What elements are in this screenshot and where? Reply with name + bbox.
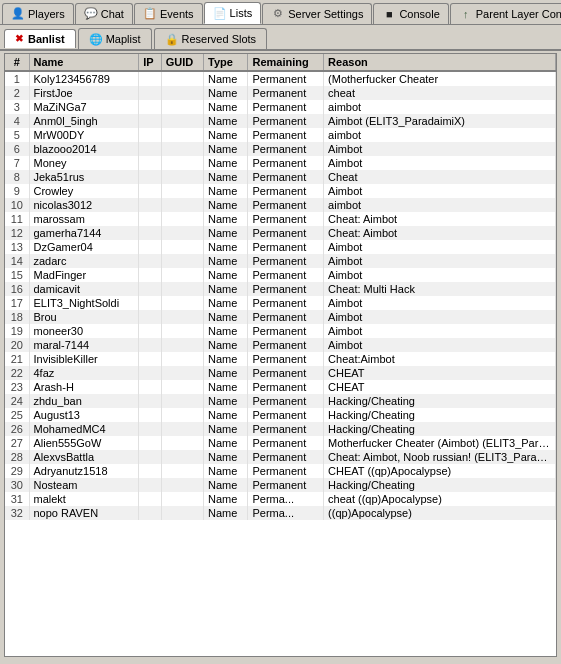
subtab-reserved-slots[interactable]: 🔒 Reserved Slots [154,28,268,49]
col-header-type[interactable]: Type [204,54,248,71]
cell-30-4: Name [204,492,248,506]
cell-7-2 [139,170,162,184]
table-row[interactable]: 29Adryanutz1518NamePermanentCHEAT ((qp)A… [5,464,556,478]
table-row[interactable]: 12gamerha7144NamePermanentCheat: Aimbot [5,226,556,240]
cell-22-4: Name [204,380,248,394]
col-header-remaining[interactable]: Remaining [248,54,324,71]
cell-31-6: ((qp)Apocalypse) [324,506,556,520]
cell-1-6: cheat [324,86,556,100]
table-row[interactable]: 15MadFingerNamePermanentAimbot [5,268,556,282]
table-row[interactable]: 21InvisibleKillerNamePermanentCheat:Aimb… [5,352,556,366]
cell-13-4: Name [204,254,248,268]
table-row[interactable]: 28AlexvsBattlaNamePermanentCheat: Aimbot… [5,450,556,464]
tab-chat[interactable]: 💬 Chat [75,3,133,24]
cell-5-2 [139,142,162,156]
parent-layer-icon: ↑ [459,7,473,21]
tab-players[interactable]: 👤 Players [2,3,74,24]
cell-3-3 [161,114,203,128]
col-header-guid[interactable]: GUID [161,54,203,71]
cell-5-3 [161,142,203,156]
cell-26-0: 27 [5,436,29,450]
table-row[interactable]: 17ELIT3_NightSoldiNamePermanentAimbot [5,296,556,310]
cell-4-1: MrW00DY [29,128,139,142]
cell-22-5: Permanent [248,380,324,394]
table-row[interactable]: 4Anm0l_5inghNamePermanentAimbot (ELIT3_P… [5,114,556,128]
cell-25-3 [161,422,203,436]
table-row[interactable]: 30NosteamNamePermanentHacking/Cheating [5,478,556,492]
cell-7-5: Permanent [248,170,324,184]
cell-16-0: 17 [5,296,29,310]
table-row[interactable]: 224fazNamePermanentCHEAT [5,366,556,380]
cell-4-5: Permanent [248,128,324,142]
tab-parent-layer[interactable]: ↑ Parent Layer Control [450,3,561,24]
table-row[interactable]: 14zadarcNamePermanentAimbot [5,254,556,268]
cell-12-3 [161,240,203,254]
cell-0-3 [161,71,203,86]
cell-22-0: 23 [5,380,29,394]
tab-events[interactable]: 📋 Events [134,3,203,24]
cell-5-6: Aimbot [324,142,556,156]
table-row[interactable]: 25August13NamePermanentHacking/Cheating [5,408,556,422]
cell-12-0: 13 [5,240,29,254]
cell-13-2 [139,254,162,268]
cell-7-6: Cheat [324,170,556,184]
cell-16-3 [161,296,203,310]
cell-31-2 [139,506,162,520]
table-row[interactable]: 3MaZiNGa7NamePermanentaimbot [5,100,556,114]
cell-9-5: Permanent [248,198,324,212]
table-row[interactable]: 5MrW00DYNamePermanentaimbot [5,128,556,142]
subtab-maplist[interactable]: 🌐 Maplist [78,28,152,49]
cell-23-4: Name [204,394,248,408]
cell-23-3 [161,394,203,408]
cell-1-4: Name [204,86,248,100]
cell-14-6: Aimbot [324,268,556,282]
table-row[interactable]: 16damicavitNamePermanentCheat: Multi Hac… [5,282,556,296]
cell-13-0: 14 [5,254,29,268]
table-row[interactable]: 1Koly123456789NamePermanent(Motherfucker… [5,71,556,86]
table-row[interactable]: 9CrowleyNamePermanentAimbot [5,184,556,198]
col-header-num[interactable]: # [5,54,29,71]
cell-4-6: aimbot [324,128,556,142]
table-row[interactable]: 27Alien555GoWNamePermanentMotherfucker C… [5,436,556,450]
cell-17-0: 18 [5,310,29,324]
cell-8-4: Name [204,184,248,198]
cell-2-3 [161,100,203,114]
col-header-ip[interactable]: IP [139,54,162,71]
table-row[interactable]: 26MohamedMC4NamePermanentHacking/Cheatin… [5,422,556,436]
cell-20-6: Cheat:Aimbot [324,352,556,366]
cell-19-2 [139,338,162,352]
subtab-banlist[interactable]: ✖ Banlist [4,29,76,48]
tab-server-settings[interactable]: ⚙ Server Settings [262,3,372,24]
col-header-name[interactable]: Name [29,54,139,71]
table-row[interactable]: 19moneer30NamePermanentAimbot [5,324,556,338]
table-row[interactable]: 23Arash-HNamePermanentCHEAT [5,380,556,394]
cell-30-6: cheat ((qp)Apocalypse) [324,492,556,506]
cell-2-0: 3 [5,100,29,114]
table-row[interactable]: 31malektNamePerma...cheat ((qp)Apocalyps… [5,492,556,506]
tab-lists[interactable]: 📄 Lists [204,2,262,24]
table-row[interactable]: 13DzGamer04NamePermanentAimbot [5,240,556,254]
cell-3-2 [139,114,162,128]
table-row[interactable]: 20maral-7144NamePermanentAimbot [5,338,556,352]
tab-console[interactable]: ■ Console [373,3,448,24]
cell-25-0: 26 [5,422,29,436]
cell-8-2 [139,184,162,198]
cell-10-3 [161,212,203,226]
table-row[interactable]: 18BrouNamePermanentAimbot [5,310,556,324]
table-row[interactable]: 10nicolas3012NamePermanentaimbot [5,198,556,212]
cell-10-6: Cheat: Aimbot [324,212,556,226]
table-row[interactable]: 8Jeka51rusNamePermanentCheat [5,170,556,184]
table-row[interactable]: 11marossamNamePermanentCheat: Aimbot [5,212,556,226]
table-row[interactable]: 24zhdu_banNamePermanentHacking/Cheating [5,394,556,408]
table-row[interactable]: 2FirstJoeNamePermanentcheat [5,86,556,100]
cell-26-4: Name [204,436,248,450]
table-row[interactable]: 32nopo RAVENNamePerma...((qp)Apocalypse) [5,506,556,520]
cell-10-2 [139,212,162,226]
tab-parent-layer-label: Parent Layer Control [476,8,561,20]
cell-27-1: AlexvsBattla [29,450,139,464]
ban-table-wrapper[interactable]: # Name IP GUID Type Remaining Reason 1Ko… [5,54,556,656]
col-header-reason[interactable]: Reason [324,54,556,71]
table-row[interactable]: 7MoneyNamePermanentAimbot [5,156,556,170]
table-row[interactable]: 6blazooo2014NamePermanentAimbot [5,142,556,156]
cell-18-0: 19 [5,324,29,338]
